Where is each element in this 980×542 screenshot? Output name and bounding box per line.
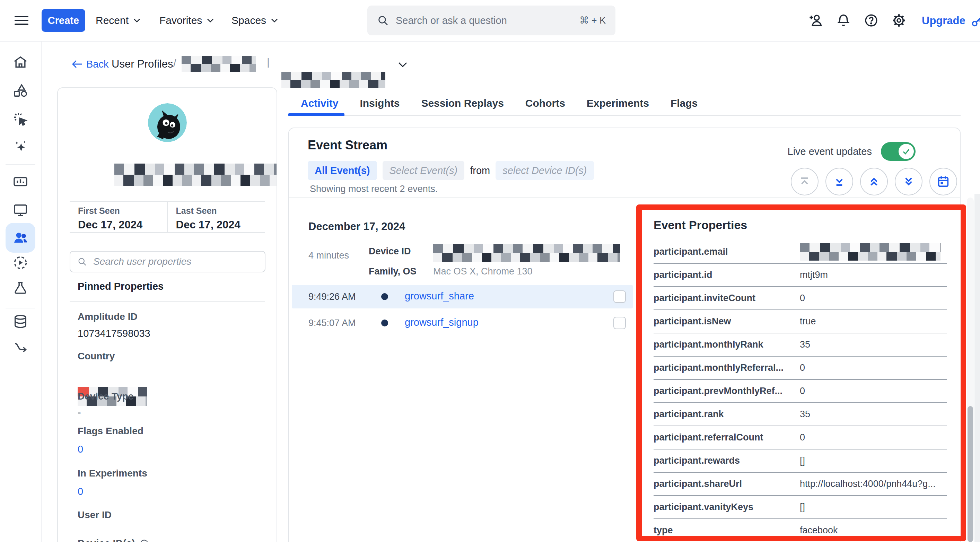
gear-icon[interactable]: [891, 12, 907, 29]
sidebar-item-cursor[interactable]: [11, 110, 29, 128]
back-button[interactable]: Back: [71, 54, 108, 74]
property-value: 35: [800, 409, 947, 420]
first-seen: First Seen Dec 17, 2024: [70, 202, 167, 232]
sidebar-item-users[interactable]: [6, 223, 35, 253]
property-value: [800, 243, 947, 261]
scroll-to-top-button[interactable]: [791, 168, 819, 196]
last-seen-value: Dec 17, 2024: [176, 219, 265, 231]
chevron-down-icon: [133, 17, 141, 23]
user-profile-card: First Seen Dec 17, 2024 Last Seen Dec 17…: [57, 87, 277, 542]
property-row-monthly-referral: participant.monthlyReferral... 0: [654, 357, 947, 380]
tab-experiments[interactable]: Experiments: [587, 97, 649, 109]
avatar: [148, 103, 187, 142]
property-key: participant.email: [654, 246, 800, 257]
help-icon[interactable]: [863, 12, 880, 29]
event-name-link[interactable]: growsurf_share: [405, 291, 474, 302]
user-properties-search-input[interactable]: [92, 256, 258, 267]
sidebar-item-session-replay[interactable]: [11, 254, 29, 272]
last-seen: Last Seen Dec 17, 2024: [167, 202, 265, 232]
search-input[interactable]: [395, 14, 573, 27]
property-value: mtjt9m: [800, 270, 947, 280]
session-replay-icon: [13, 255, 29, 271]
property-value-device-type: -: [78, 407, 81, 418]
active-tab-indicator: [288, 113, 344, 116]
property-row-share-url: participant.shareUrl http://localhost:40…: [654, 473, 947, 496]
event-filters: All Event(s) Select Event(s) from select…: [308, 161, 594, 180]
menu-spaces[interactable]: Spaces: [231, 0, 278, 41]
event-checkbox[interactable]: [613, 291, 626, 303]
device-ids-label: Device ID(s): [78, 538, 135, 542]
filter-all-events[interactable]: All Event(s): [308, 161, 377, 180]
breadcrumb-chevron-down-icon[interactable]: [397, 61, 408, 68]
page-scroll-gutter: [974, 194, 980, 542]
scroll-bottom-icon: [832, 175, 846, 189]
property-value: 0: [800, 386, 947, 396]
property-label-device-ids: Device ID(s): [78, 538, 149, 542]
global-search[interactable]: ⌘ + K: [368, 6, 616, 35]
redacted-project-name: [181, 56, 256, 72]
sidebar-item-data[interactable]: [11, 313, 29, 331]
tab-insights[interactable]: Insights: [360, 97, 399, 109]
event-stream-title: Event Stream: [308, 138, 387, 153]
tabs-divider: [288, 115, 961, 116]
divider: [70, 302, 265, 302]
filter-select-events[interactable]: Select Event(s): [383, 161, 465, 180]
tab-flags[interactable]: Flags: [671, 97, 698, 109]
live-updates-toggle[interactable]: [881, 142, 916, 161]
page-down-button[interactable]: [895, 168, 923, 196]
event-row-growsurf-signup[interactable]: 9:45:07 AM growsurf_signup: [292, 311, 633, 335]
sidebar-item-connections[interactable]: [11, 337, 29, 356]
sidebar-item-ai[interactable]: [11, 138, 29, 156]
event-checkbox[interactable]: [613, 317, 626, 329]
event-name-link[interactable]: growsurf_signup: [405, 317, 479, 328]
event-time: 9:45:07 AM: [309, 318, 356, 329]
property-key: participant.id: [654, 270, 800, 280]
page-up-button[interactable]: [860, 168, 888, 196]
menu-favorites[interactable]: Favorites: [159, 0, 215, 41]
live-updates-label: Live event updates: [788, 146, 872, 157]
user-properties-search[interactable]: [70, 251, 266, 272]
scrollbar-thumb[interactable]: [967, 406, 973, 542]
property-row-prev-monthly-ref: participant.prevMonthlyRef... 0: [654, 380, 947, 403]
flow-icon: [13, 339, 29, 354]
property-value: 0: [800, 432, 947, 443]
upgrade-link[interactable]: Upgrade: [922, 13, 980, 29]
filter-select-device-ids[interactable]: select Device ID(s): [496, 161, 593, 180]
tab-session-replays[interactable]: Session Replays: [421, 97, 504, 109]
search-icon: [377, 14, 389, 26]
property-value-in-experiments[interactable]: 0: [78, 486, 83, 497]
property-label-country: Country: [78, 351, 115, 362]
sidebar-item-experiments[interactable]: [11, 279, 29, 297]
menu-recent[interactable]: Recent: [95, 0, 141, 41]
jump-to-date-button[interactable]: [929, 168, 957, 196]
property-row-is-new: participant.isNew true: [654, 310, 947, 334]
property-key: type: [654, 525, 800, 536]
tab-activity[interactable]: Activity: [301, 97, 338, 109]
property-value: []: [800, 502, 947, 513]
sidebar-item-shapes[interactable]: [11, 82, 29, 100]
add-user-icon[interactable]: [807, 12, 824, 29]
event-row-growsurf-share[interactable]: 9:49:26 AM growsurf_share: [292, 285, 633, 308]
property-value: 0: [800, 362, 947, 373]
property-key: participant.monthlyRank: [654, 339, 800, 350]
scroll-to-bottom-button[interactable]: [826, 168, 853, 196]
hamburger-menu-icon[interactable]: [14, 16, 29, 25]
event-time: 9:49:26 AM: [309, 291, 356, 302]
bell-icon[interactable]: [835, 12, 852, 29]
sidebar-item-dashboards[interactable]: [11, 173, 29, 191]
create-button[interactable]: Create: [41, 9, 85, 32]
menu-spaces-label: Spaces: [231, 14, 266, 26]
sidebar-item-home[interactable]: [11, 53, 29, 72]
breadcrumb[interactable]: User Profiles: [111, 54, 173, 74]
shapes-icon: [13, 83, 29, 99]
sidebar-item-screens[interactable]: [11, 201, 29, 219]
database-icon: [13, 314, 29, 329]
redacted-device-id-value: [433, 244, 620, 262]
property-value-flags-enabled[interactable]: 0: [78, 443, 83, 455]
family-os-value: Mac OS X, Chrome 130: [433, 266, 533, 277]
search-shortcut: ⌘ + K: [579, 15, 606, 26]
property-row-type: type facebook: [654, 519, 947, 541]
tab-cohorts[interactable]: Cohorts: [525, 97, 565, 109]
sparkles-icon: [13, 139, 29, 155]
first-seen-label: First Seen: [78, 206, 167, 216]
